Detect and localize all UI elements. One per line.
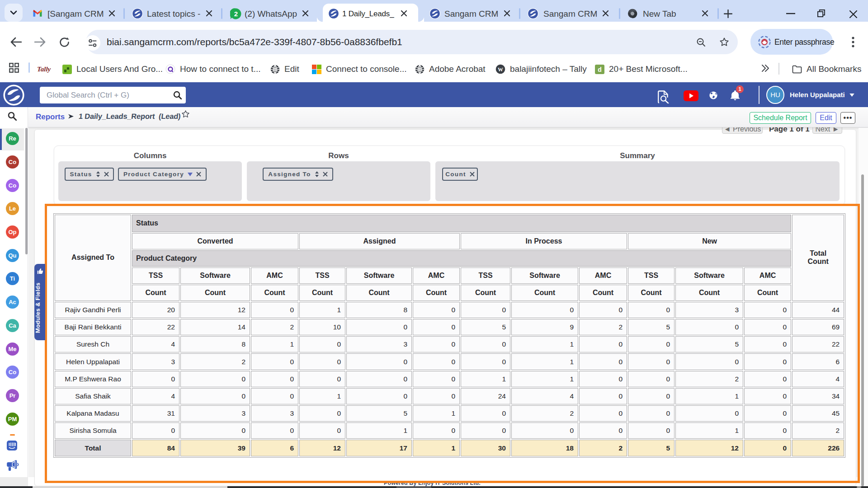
svg-text:2: 2: [234, 10, 238, 18]
svg-text:d: d: [598, 66, 602, 73]
svg-text:W: W: [498, 66, 503, 73]
